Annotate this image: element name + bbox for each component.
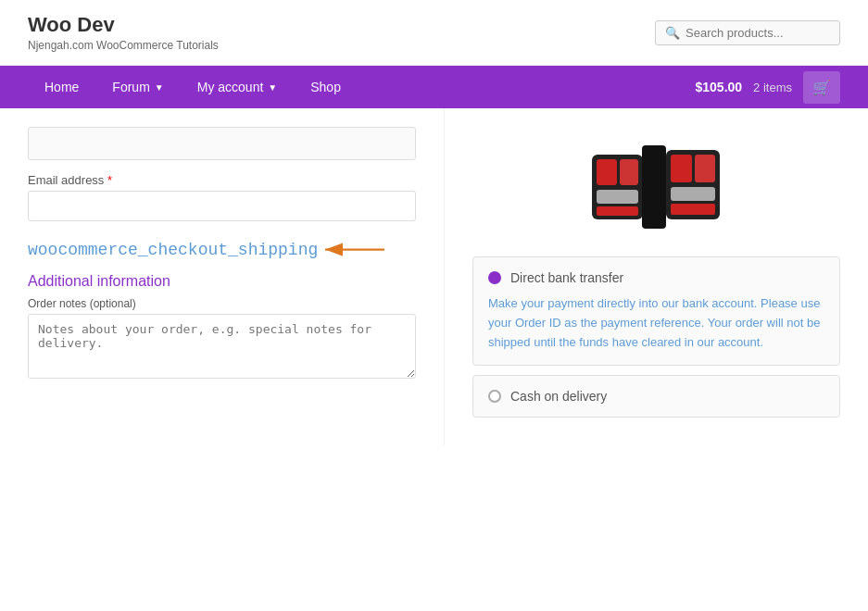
svg-rect-4 bbox=[620, 159, 638, 185]
nav-item-home[interactable]: Home bbox=[28, 66, 95, 108]
site-header: Woo Dev Njengah.com WooCommerce Tutorial… bbox=[0, 0, 868, 66]
svg-rect-8 bbox=[671, 155, 692, 182]
payment-option-header-direct: Direct bank transfer bbox=[488, 270, 824, 285]
site-title: Woo Dev bbox=[28, 13, 219, 37]
additional-info-title: Additional information bbox=[28, 273, 416, 290]
payment-option-header-cash: Cash on delivery bbox=[488, 389, 824, 404]
forum-dropdown-icon: ▼ bbox=[155, 82, 164, 93]
payment-label-direct-bank: Direct bank transfer bbox=[510, 270, 623, 285]
hook-label: woocommerce_checkout_shipping bbox=[28, 241, 318, 259]
email-field-group: Email address * bbox=[28, 173, 416, 221]
search-box[interactable]: 🔍 bbox=[655, 20, 840, 45]
payment-label-cash: Cash on delivery bbox=[510, 389, 607, 404]
product-image-area bbox=[472, 127, 840, 238]
right-column: Direct bank transfer Make your payment d… bbox=[445, 108, 868, 445]
cart-area: $105.00 2 items 🛒 bbox=[695, 71, 840, 104]
svg-rect-9 bbox=[695, 155, 715, 182]
main-nav: Home Forum ▼ My account ▼ Shop $105.00 2… bbox=[0, 66, 868, 108]
payment-description-direct-bank: Make your payment directly into our bank… bbox=[488, 294, 824, 352]
order-notes-label: Order notes (optional) bbox=[28, 297, 416, 310]
product-image bbox=[583, 127, 731, 238]
cart-amount: $105.00 bbox=[695, 80, 742, 94]
svg-rect-3 bbox=[597, 159, 617, 185]
nav-item-myaccount[interactable]: My account ▼ bbox=[181, 66, 295, 108]
svg-rect-5 bbox=[597, 190, 638, 204]
left-column: Email address * woocommerce_checkout_shi… bbox=[0, 108, 445, 445]
cart-button[interactable]: 🛒 bbox=[803, 71, 840, 104]
payment-option-direct-bank[interactable]: Direct bank transfer Make your payment d… bbox=[472, 256, 840, 366]
arrow-icon bbox=[318, 236, 392, 264]
order-notes-group: Order notes (optional) bbox=[28, 297, 416, 381]
main-content: Email address * woocommerce_checkout_shi… bbox=[0, 108, 868, 445]
hook-label-row: woocommerce_checkout_shipping bbox=[28, 236, 416, 264]
radio-cash-on-delivery[interactable] bbox=[488, 390, 501, 403]
top-input-bar[interactable] bbox=[28, 127, 416, 160]
svg-rect-11 bbox=[671, 204, 715, 215]
nav-links: Home Forum ▼ My account ▼ Shop bbox=[28, 66, 358, 108]
email-input[interactable] bbox=[28, 191, 416, 221]
email-label: Email address * bbox=[28, 173, 416, 187]
radio-direct-bank[interactable] bbox=[488, 271, 501, 284]
payment-option-cash[interactable]: Cash on delivery bbox=[472, 375, 840, 418]
svg-rect-6 bbox=[597, 206, 638, 216]
search-input[interactable] bbox=[686, 26, 830, 40]
cart-items-count: 2 items bbox=[753, 81, 792, 94]
payment-section: Direct bank transfer Make your payment d… bbox=[472, 256, 840, 418]
nav-item-forum[interactable]: Forum ▼ bbox=[95, 66, 180, 108]
order-notes-textarea[interactable] bbox=[28, 314, 416, 379]
svg-rect-12 bbox=[642, 145, 666, 229]
svg-rect-10 bbox=[671, 187, 715, 201]
required-marker: * bbox=[107, 173, 112, 187]
site-branding: Woo Dev Njengah.com WooCommerce Tutorial… bbox=[28, 13, 219, 52]
site-subtitle: Njengah.com WooCommerce Tutorials bbox=[28, 39, 219, 52]
nav-item-shop[interactable]: Shop bbox=[294, 66, 358, 108]
myaccount-dropdown-icon: ▼ bbox=[268, 82, 277, 93]
search-icon: 🔍 bbox=[665, 26, 680, 40]
